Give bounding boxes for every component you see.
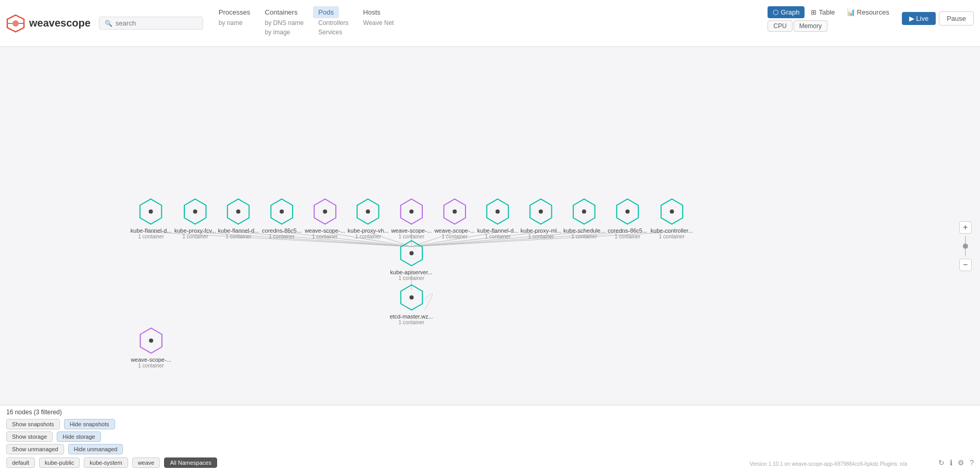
metric-memory[interactable]: Memory: [794, 20, 827, 32]
ns-kube-system[interactable]: kube-system: [84, 457, 128, 468]
show-unmanaged-button[interactable]: Show unmanaged: [6, 444, 64, 454]
filter-row-storage: Show storage Hide storage: [6, 431, 974, 442]
pause-button[interactable]: Pause: [939, 11, 974, 26]
graph-area[interactable]: kube-flannel-d...1 containerkube-proxy-f…: [0, 47, 980, 445]
node-label: coredns-86c5...: [262, 227, 301, 234]
node-kube-flannel-d2[interactable]: kube-flannel-d...1 container: [218, 198, 259, 239]
node-coredns-86c5-1[interactable]: coredns-86c5...1 container: [262, 198, 301, 239]
main-canvas: kube-flannel-d...1 containerkube-proxy-f…: [0, 47, 980, 445]
svg-point-11: [280, 210, 284, 214]
node-shape: [527, 198, 555, 225]
info-icon[interactable]: ℹ: [950, 459, 952, 467]
tab-resources[interactable]: 📊 Resources: [841, 6, 895, 18]
nav-services[interactable]: Services: [313, 28, 347, 37]
tab-table[interactable]: ⊞ Table: [806, 6, 840, 18]
node-kube-flannel-d3[interactable]: kube-flannel-d...1 container: [478, 198, 519, 239]
settings-icon[interactable]: ⚙: [958, 459, 964, 467]
svg-point-7: [193, 210, 197, 214]
nav-controllers[interactable]: Controllers: [313, 18, 354, 28]
node-weave-scope-2[interactable]: weave-scope-...1 container: [391, 198, 432, 239]
svg-point-13: [323, 210, 327, 214]
nav-by-dns-name[interactable]: by DNS name: [260, 18, 309, 28]
nav-by-name[interactable]: by name: [213, 18, 248, 28]
nav-processes[interactable]: Processes: [213, 6, 256, 18]
node-sublabel: 1 container: [182, 234, 208, 239]
svg-point-19: [453, 210, 457, 214]
zoom-in-button[interactable]: +: [959, 221, 972, 234]
show-storage-button[interactable]: Show storage: [6, 431, 53, 442]
node-sublabel: 1 container: [138, 363, 164, 368]
show-snapshots-button[interactable]: Show snapshots: [6, 419, 60, 429]
hide-storage-button[interactable]: Hide storage: [57, 431, 100, 442]
node-shape: [614, 198, 641, 225]
zoom-slider-thumb[interactable]: [963, 244, 968, 249]
nav-group-pods: Pods Controllers Services: [313, 0, 354, 46]
refresh-icon[interactable]: ↻: [938, 459, 945, 467]
node-sublabel: 1 container: [614, 234, 640, 239]
nav-containers[interactable]: Containers: [260, 6, 303, 18]
ns-default[interactable]: default: [6, 457, 35, 468]
node-etcd-master[interactable]: etcd-master.wz...1 container: [390, 284, 433, 325]
node-sublabel: 1 container: [571, 234, 597, 239]
nav-group-hosts: Hosts Weave Net: [358, 0, 399, 46]
node-sublabel: 1 container: [398, 275, 424, 281]
node-shape: [658, 198, 685, 225]
node-shape: [137, 327, 165, 354]
node-kube-controller[interactable]: kube-controller...1 container: [650, 198, 693, 239]
svg-point-35: [149, 339, 153, 343]
node-weave-scope-lone[interactable]: weave-scope-...1 container: [131, 327, 171, 368]
view-tabs: ⬡ Graph ⊞ Table 📊 Resources: [768, 6, 895, 18]
node-weave-scope-1[interactable]: weave-scope-...1 container: [305, 198, 345, 239]
node-label: kube-schedule...: [563, 227, 606, 234]
live-button[interactable]: ▶ Live: [902, 12, 936, 25]
graph-svg: [0, 47, 980, 445]
tab-graph[interactable]: ⬡ Graph: [768, 6, 805, 18]
metric-cpu[interactable]: CPU: [768, 20, 792, 32]
node-shape: [398, 240, 425, 267]
bottom-bar: 16 nodes (3 filtered) Show snapshots Hid…: [0, 405, 980, 471]
node-kube-proxy-fcv[interactable]: kube-proxy-fcv...1 container: [174, 198, 217, 239]
ns-weave[interactable]: weave: [132, 457, 160, 468]
svg-point-29: [670, 210, 674, 214]
zoom-slider-track: [965, 236, 966, 257]
node-shape: [398, 284, 425, 311]
metric-tabs: CPU Memory: [768, 20, 895, 32]
node-shape: [182, 198, 209, 225]
resources-icon: 📊: [847, 8, 855, 16]
node-label: kube-flannel-d...: [131, 227, 172, 234]
node-sublabel: 1 container: [398, 320, 424, 325]
node-coredns-86c5-2[interactable]: coredns-86c5...1 container: [608, 198, 647, 239]
tab-table-label: Table: [819, 8, 835, 16]
svg-point-25: [582, 210, 586, 214]
nav-by-image[interactable]: by image: [260, 28, 296, 37]
logo-icon: [6, 14, 25, 33]
nav-pods[interactable]: Pods: [313, 6, 339, 18]
nav-hosts[interactable]: Hosts: [358, 6, 385, 18]
svg-point-31: [409, 251, 413, 256]
zoom-out-button[interactable]: −: [959, 259, 972, 271]
search-input[interactable]: [116, 19, 197, 27]
node-sublabel: 1 container: [312, 234, 337, 239]
version-info: Version 1.10.1 on weave-scope-app-697988…: [750, 461, 907, 467]
ns-all-namespaces[interactable]: All Namespaces: [164, 457, 217, 468]
nav-weave-net[interactable]: Weave Net: [358, 18, 399, 28]
help-icon[interactable]: ?: [970, 459, 974, 467]
node-kube-proxy-vh[interactable]: kube-proxy-vh...1 container: [348, 198, 389, 239]
node-kube-proxy-ml[interactable]: kube-proxy-ml...1 container: [521, 198, 562, 239]
hide-snapshots-button[interactable]: Hide snapshots: [64, 419, 115, 429]
nav-group-containers: Containers by DNS name by image: [260, 0, 309, 46]
node-sublabel: 1 container: [355, 234, 381, 239]
filter-status: 16 nodes (3 filtered): [6, 409, 974, 416]
node-kube-apiserver[interactable]: kube-apiserver...1 container: [390, 240, 432, 281]
node-label: kube-proxy-fcv...: [174, 227, 217, 234]
ns-kube-public[interactable]: kube-public: [39, 457, 80, 468]
svg-point-23: [539, 210, 543, 214]
node-kube-schedule[interactable]: kube-schedule...1 container: [563, 198, 606, 239]
search-bar[interactable]: 🔍: [99, 17, 203, 30]
svg-point-1: [12, 20, 19, 27]
hide-unmanaged-button[interactable]: Hide unmanaged: [68, 444, 123, 454]
node-shape: [571, 198, 598, 225]
node-weave-scope-3[interactable]: weave-scope-...1 container: [434, 198, 475, 239]
tab-graph-label: Graph: [781, 8, 799, 16]
node-kube-flannel-d1[interactable]: kube-flannel-d...1 container: [131, 198, 172, 239]
